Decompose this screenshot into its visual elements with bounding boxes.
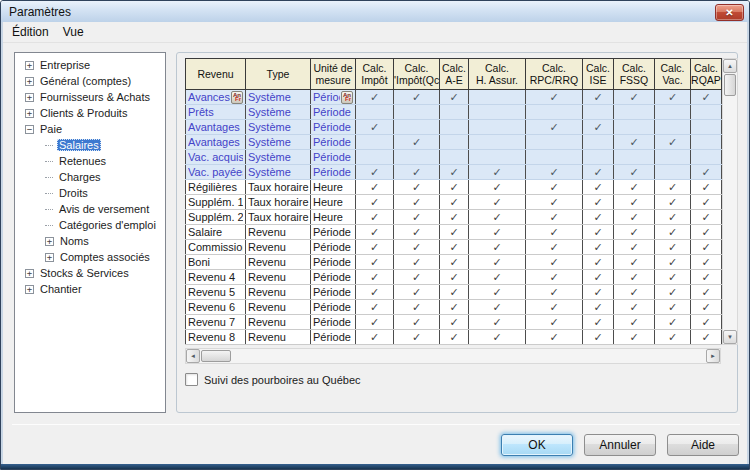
ok-button[interactable]: OK [501,434,573,456]
check-cell[interactable]: ✓ [394,135,440,150]
cell-unite[interactable]: Période [311,120,356,135]
tree-item-general-comptes[interactable]: +Général (comptes) [19,73,163,89]
tree-item-chantier[interactable]: +Chantier [19,281,163,297]
check-cell[interactable]: ✓ [440,330,469,345]
check-cell[interactable]: ✓ [394,300,440,315]
cell-revenu[interactable]: Revenu 6 [186,300,246,315]
check-cell[interactable]: ✓ [440,270,469,285]
check-cell[interactable] [691,135,722,150]
check-cell[interactable]: ✓ [614,195,655,210]
tree-expand-icon[interactable]: + [25,285,34,294]
check-cell[interactable]: ✓ [614,270,655,285]
check-cell[interactable] [583,135,614,150]
cell-unite[interactable]: Période [311,330,356,345]
close-button[interactable]: ✕ [715,4,744,21]
check-cell[interactable]: ✓ [356,120,394,135]
check-cell[interactable]: ✓ [469,165,526,180]
check-cell[interactable]: ✓ [691,330,722,345]
check-cell[interactable]: ✓ [691,165,722,180]
check-cell[interactable]: ✓ [583,300,614,315]
cell-unite[interactable]: Période [311,240,356,255]
check-cell[interactable]: ✓ [583,195,614,210]
check-cell[interactable] [356,105,394,120]
cell-revenu[interactable]: Avantages Qc [186,135,246,150]
tree-item-comptes-associes[interactable]: +Comptes associés [19,249,163,265]
check-cell[interactable]: ✓ [614,90,655,105]
check-cell[interactable]: ✓ [655,285,691,300]
check-cell[interactable]: ✓ [583,210,614,225]
check-cell[interactable]: ✓ [356,255,394,270]
check-cell[interactable]: ✓ [583,120,614,135]
check-cell[interactable]: ✓ [614,135,655,150]
language-toggle-icon[interactable]: AnFr [231,91,243,104]
tree-collapse-icon[interactable]: − [25,125,34,134]
vertical-scroll-thumb[interactable] [724,74,736,96]
check-cell[interactable]: ✓ [394,165,440,180]
check-cell[interactable]: ✓ [691,210,722,225]
check-cell[interactable] [655,165,691,180]
check-cell[interactable] [614,120,655,135]
horizontal-scrollbar[interactable]: ◄ ► [185,348,721,364]
cell-unite[interactable]: Période [311,300,356,315]
check-cell[interactable]: ✓ [691,90,722,105]
check-cell[interactable] [440,135,469,150]
tree-item-categories-d-emploi[interactable]: Catégories d'emploi [19,217,163,233]
cell-revenu[interactable]: Boni [186,255,246,270]
cell-revenu[interactable]: Revenu 5 [186,285,246,300]
check-cell[interactable]: ✓ [394,255,440,270]
check-cell[interactable]: ✓ [440,240,469,255]
cell-type[interactable]: Revenu [246,285,311,300]
cancel-button[interactable]: Annuler [584,434,656,456]
cell-revenu[interactable]: Supplém. 1 [186,195,246,210]
cell-type[interactable]: Revenu [246,255,311,270]
check-cell[interactable]: ✓ [614,210,655,225]
check-cell[interactable]: ✓ [469,315,526,330]
check-cell[interactable] [691,150,722,165]
check-cell[interactable] [655,105,691,120]
tree-item-clients-produits[interactable]: +Clients & Produits [19,105,163,121]
check-cell[interactable]: ✓ [583,285,614,300]
cell-unite[interactable]: Heure [311,195,356,210]
check-cell[interactable] [655,150,691,165]
check-cell[interactable]: ✓ [583,330,614,345]
scroll-down-icon[interactable]: ▼ [723,330,737,344]
cell-type[interactable]: Système [246,150,311,165]
check-cell[interactable] [583,150,614,165]
cell-type[interactable]: Système [246,165,311,180]
cell-unite[interactable]: Période [311,315,356,330]
cell-revenu[interactable]: Régilières [186,180,246,195]
check-cell[interactable]: ✓ [583,255,614,270]
scroll-up-icon[interactable]: ▲ [723,59,737,73]
check-cell[interactable]: ✓ [526,330,583,345]
check-cell[interactable]: ✓ [691,255,722,270]
cell-revenu[interactable]: Prêts [186,105,246,120]
check-cell[interactable]: ✓ [655,240,691,255]
check-cell[interactable]: ✓ [614,240,655,255]
check-cell[interactable] [614,105,655,120]
check-cell[interactable] [356,135,394,150]
vertical-scroll-track[interactable] [723,97,737,330]
check-cell[interactable]: ✓ [394,270,440,285]
check-cell[interactable]: ✓ [655,300,691,315]
tree-expand-icon[interactable]: + [25,93,34,102]
check-cell[interactable]: ✓ [614,285,655,300]
check-cell[interactable]: ✓ [691,285,722,300]
check-cell[interactable] [440,105,469,120]
cell-type[interactable]: Revenu [246,225,311,240]
check-cell[interactable] [469,135,526,150]
check-cell[interactable]: ✓ [440,195,469,210]
cell-unite[interactable]: Période [311,105,356,120]
check-cell[interactable]: ✓ [440,90,469,105]
cell-unite[interactable]: Période [311,270,356,285]
check-cell[interactable]: ✓ [356,285,394,300]
cell-unite[interactable]: Période [311,150,356,165]
check-cell[interactable] [469,150,526,165]
check-cell[interactable]: ✓ [440,210,469,225]
check-cell[interactable]: ✓ [394,330,440,345]
check-cell[interactable]: ✓ [583,240,614,255]
check-cell[interactable] [526,105,583,120]
check-cell[interactable]: ✓ [655,255,691,270]
check-cell[interactable]: ✓ [583,180,614,195]
check-cell[interactable]: ✓ [356,195,394,210]
check-cell[interactable]: ✓ [526,195,583,210]
